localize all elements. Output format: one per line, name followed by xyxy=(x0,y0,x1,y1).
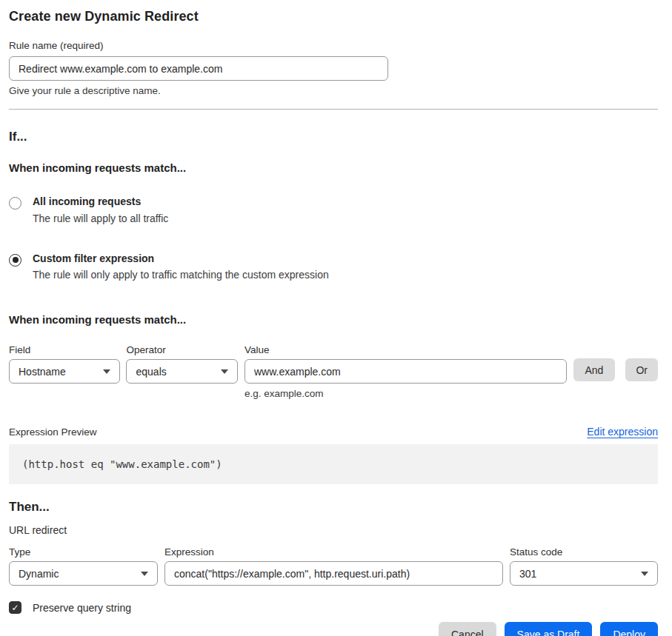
field-select[interactable]: Hostname xyxy=(9,359,120,384)
or-button[interactable]: Or xyxy=(625,358,658,381)
section-divider xyxy=(9,109,658,110)
operator-select[interactable]: equals xyxy=(126,359,237,384)
type-select[interactable]: Dynamic xyxy=(9,561,158,586)
value-help: e.g. example.com xyxy=(244,388,567,399)
filter-builder-row: Field Hostname Operator equals Value e.g… xyxy=(9,344,658,399)
expression-label: Expression xyxy=(164,546,503,558)
radio-texts: Custom filter expression The rule will o… xyxy=(33,252,329,282)
rule-name-input[interactable] xyxy=(9,56,388,81)
chevron-down-icon xyxy=(221,369,228,374)
rule-name-label: Rule name (required) xyxy=(9,40,658,51)
preserve-query-row[interactable]: ✓ Preserve query string xyxy=(9,601,658,614)
chevron-down-icon xyxy=(103,369,110,374)
conjunction-buttons: And Or xyxy=(573,358,658,381)
type-label: Type xyxy=(9,546,158,558)
url-redirect-label: URL redirect xyxy=(9,524,658,536)
status-code-select[interactable]: 301 xyxy=(510,561,658,586)
radio-option-custom-filter[interactable]: Custom filter expression The rule will o… xyxy=(9,252,658,282)
create-dynamic-redirect-form: Create new Dynamic Redirect Rule name (r… xyxy=(0,0,672,636)
operator-label: Operator xyxy=(126,344,237,355)
redirect-settings-row: Type Dynamic Expression Status code 301 xyxy=(9,546,658,586)
edit-expression-link[interactable]: Edit expression xyxy=(587,426,658,438)
value-input[interactable] xyxy=(244,359,567,384)
and-button[interactable]: And xyxy=(573,358,616,381)
deploy-button[interactable]: Deploy xyxy=(600,622,658,636)
radio-description: The rule will apply to all traffic xyxy=(33,212,168,225)
field-select-value: Hostname xyxy=(19,366,66,378)
match-heading: When incoming requests match... xyxy=(9,161,658,174)
rule-name-help: Give your rule a descriptive name. xyxy=(9,85,658,96)
cancel-button[interactable]: Cancel xyxy=(439,622,496,636)
preserve-query-checkbox[interactable]: ✓ xyxy=(9,601,21,614)
radio-button[interactable] xyxy=(9,197,21,210)
type-column: Type Dynamic xyxy=(9,546,158,586)
radio-texts: All incoming requests The rule will appl… xyxy=(33,195,168,225)
radio-description: The rule will only apply to traffic matc… xyxy=(33,269,329,281)
expression-column: Expression xyxy=(164,546,503,586)
radio-option-all-requests[interactable]: All incoming requests The rule will appl… xyxy=(9,195,658,225)
field-column: Field Hostname xyxy=(9,344,120,384)
value-label: Value xyxy=(244,344,567,355)
field-label: Field xyxy=(9,344,120,355)
filter-builder-heading: When incoming requests match... xyxy=(9,313,658,326)
page-title: Create new Dynamic Redirect xyxy=(9,9,658,24)
status-code-label: Status code xyxy=(510,546,658,558)
radio-label: Custom filter expression xyxy=(33,252,329,265)
expression-preview-label: Expression Preview xyxy=(9,426,97,438)
chevron-down-icon xyxy=(141,572,148,576)
value-column: Value e.g. example.com xyxy=(244,344,567,399)
expression-input[interactable] xyxy=(164,561,503,586)
chevron-down-icon xyxy=(641,572,648,576)
status-code-column: Status code 301 xyxy=(510,546,658,586)
expression-preview-code: (http.host eq "www.example.com") xyxy=(9,444,658,484)
type-select-value: Dynamic xyxy=(19,568,59,580)
if-heading: If... xyxy=(9,130,658,144)
operator-column: Operator equals xyxy=(126,344,237,384)
radio-button[interactable] xyxy=(9,254,21,267)
then-heading: Then... xyxy=(9,500,658,515)
preserve-query-label: Preserve query string xyxy=(33,602,131,614)
rule-name-section: Rule name (required) Give your rule a de… xyxy=(9,40,658,96)
form-footer: Cancel Save as Draft Deploy xyxy=(9,622,658,636)
operator-select-value: equals xyxy=(136,366,166,378)
radio-label: All incoming requests xyxy=(33,195,168,208)
expression-preview-header: Expression Preview Edit expression xyxy=(9,426,658,438)
save-as-draft-button[interactable]: Save as Draft xyxy=(505,622,593,636)
status-code-select-value: 301 xyxy=(519,568,536,580)
